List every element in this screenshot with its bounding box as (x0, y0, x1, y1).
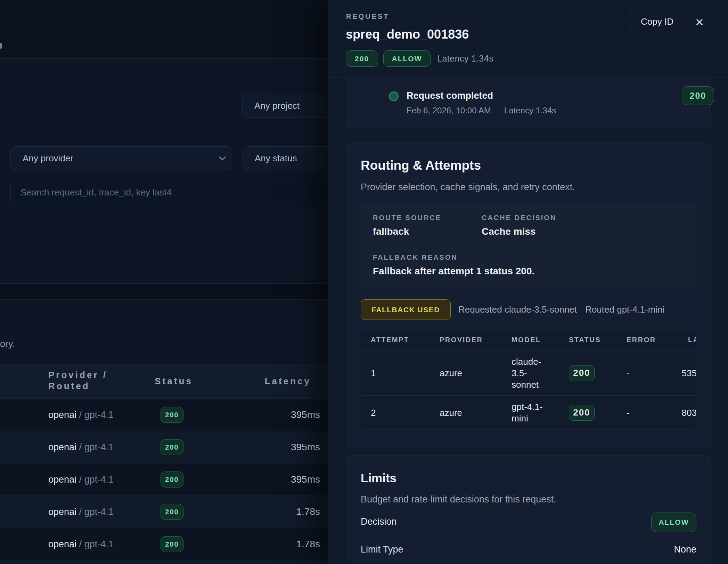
chevron-down-icon (218, 153, 227, 164)
attempts-table-header: ATTEMPT PROVIDER MODEL STATUS ERROR LAT (361, 329, 696, 351)
attempts-table: ATTEMPT PROVIDER MODEL STATUS ERROR LAT … (361, 329, 696, 429)
attempts-header-error: ERROR (627, 336, 656, 344)
timeline-timestamp: Feb 6, 2026, 10:00 AM (407, 106, 491, 115)
row-provider: openai (48, 474, 76, 485)
row-provider: openai (48, 442, 76, 452)
status-filter-select[interactable]: Any status (243, 146, 340, 170)
timeline-latency: Latency 1.34s (504, 106, 556, 115)
row-model: / gpt-4.1 (79, 507, 114, 517)
attempt-model: gpt-4.1-mini (512, 401, 548, 424)
request-detail-drawer: REQUEST spreq_demo_001836 200 ALLOW Late… (328, 0, 728, 564)
row-provider: openai (48, 507, 76, 517)
route-source-value: fallback (373, 226, 409, 237)
attempts-header-attempt: ATTEMPT (371, 336, 409, 344)
status-badge: 200 (161, 504, 183, 520)
column-header-provider: Provider / Routed (48, 369, 113, 392)
attempts-header-status: STATUS (569, 336, 601, 344)
routing-attempts-card: Routing & Attempts Provider selection, c… (346, 143, 711, 447)
attempt-status-badge: 200 (569, 365, 595, 381)
clipped-description-text: ory. (0, 339, 15, 349)
row-model: / gpt-4.1 (79, 442, 114, 452)
row-latency: 1.78s (296, 539, 320, 550)
status-badge: 200 (161, 407, 183, 423)
row-model: / gpt-4.1 (79, 539, 114, 549)
attempt-latency: 535 (682, 368, 696, 378)
limits-section-title: Limits (361, 471, 396, 485)
timeline-dot-icon (389, 91, 399, 101)
status-badge: 200 (161, 439, 183, 455)
status-badge: 200 (161, 472, 183, 488)
fallback-used-badge: FALLBACK USED (361, 299, 451, 320)
provider-filter-select[interactable]: Any provider (10, 146, 232, 170)
decision-badge: ALLOW (383, 50, 431, 67)
attempt-row: 2 azure gpt-4.1-mini 200 - 803 (361, 396, 696, 429)
fallback-reason-value: Fallback after attempt 1 status 200. (373, 266, 534, 277)
close-icon[interactable]: ✕ (692, 15, 707, 30)
fallback-reason-label: FALLBACK REASON (373, 253, 458, 261)
copy-id-button[interactable]: Copy ID (630, 11, 684, 32)
routing-section-title: Routing & Attempts (361, 158, 481, 173)
project-filter-value: Any project (243, 100, 300, 111)
attempts-header-provider: PROVIDER (440, 336, 483, 344)
request-label: REQUEST (346, 13, 390, 21)
row-model: / gpt-4.1 (79, 410, 114, 420)
routing-details-box: ROUTE SOURCE fallback CACHE DECISION Cac… (361, 203, 696, 287)
timeline-status-badge: 200 (682, 86, 714, 105)
attempts-header-model: MODEL (512, 336, 541, 344)
decision-label: Decision (361, 516, 397, 527)
search-input[interactable] (11, 180, 337, 205)
limit-type-value: None (627, 544, 696, 555)
attempt-status-badge: 200 (569, 405, 595, 421)
cache-decision-label: CACHE DECISION (482, 214, 556, 222)
attempt-provider: azure (440, 407, 462, 418)
timeline-card: Request completed Feb 6, 2026, 10:00 AML… (346, 78, 711, 129)
limits-card: Limits Budget and rate-limit decisions f… (346, 456, 711, 564)
attempt-model: claude-3.5-sonnet (512, 356, 548, 390)
limits-decision-badge: ALLOW (651, 513, 696, 532)
row-latency: 395ms (291, 474, 320, 485)
row-latency: 395ms (291, 442, 320, 453)
attempt-error: - (627, 368, 630, 378)
attempt-provider: azure (440, 368, 462, 378)
row-provider: openai (48, 410, 76, 420)
clipped-text-sliver (0, 43, 2, 49)
row-model: / gpt-4.1 (79, 474, 114, 485)
routing-section-subtitle: Provider selection, cache signals, and r… (361, 182, 575, 193)
latency-text: Latency 1.34s (437, 54, 493, 64)
timeline-connector (378, 78, 378, 116)
provider-filter-value: Any provider (11, 153, 73, 164)
status-badge: 200 (346, 50, 378, 67)
column-header-status: Status (153, 376, 195, 387)
timeline-event-title: Request completed (407, 90, 493, 101)
cache-decision-value: Cache miss (482, 226, 536, 237)
drawer-header: REQUEST spreq_demo_001836 200 ALLOW Late… (328, 0, 728, 78)
attempt-latency: 803 (682, 407, 696, 418)
project-filter-select[interactable]: Any project (242, 94, 340, 118)
row-latency: 395ms (291, 409, 320, 420)
column-header-latency: Latency (243, 376, 311, 387)
request-id: spreq_demo_001836 (346, 27, 469, 42)
row-provider: openai (48, 539, 76, 549)
limits-section-subtitle: Budget and rate-limit decisions for this… (361, 494, 556, 505)
attempt-number: 2 (371, 407, 376, 418)
attempt-number: 1 (371, 368, 376, 378)
requested-model-text: Requested claude-3.5-sonnet (458, 304, 577, 315)
search-box (10, 180, 337, 205)
attempt-error: - (627, 407, 630, 418)
route-source-label: ROUTE SOURCE (373, 214, 441, 222)
status-filter-value: Any status (243, 153, 297, 164)
row-latency: 1.78s (296, 506, 320, 517)
status-badge: 200 (161, 536, 183, 552)
attempt-row: 1 azure claude-3.5-sonnet 200 - 535 (361, 351, 696, 396)
attempts-header-latency: LAT (688, 336, 696, 344)
routed-model-text: Routed gpt-4.1-mini (585, 304, 664, 315)
limit-type-label: Limit Type (361, 544, 403, 555)
